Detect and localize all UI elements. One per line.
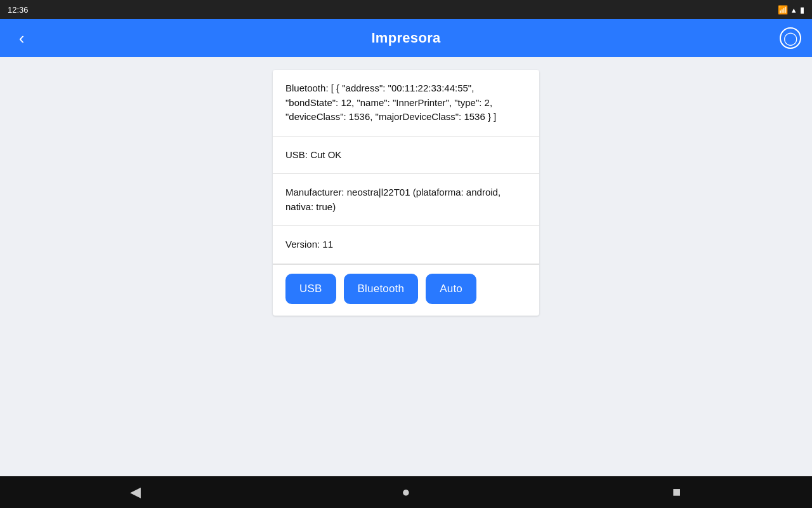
back-button[interactable]: ‹ <box>10 27 33 50</box>
page-title: Impresora <box>371 30 440 46</box>
version-info-text: Version: 11 <box>285 239 333 250</box>
usb-info-text: USB: Cut OK <box>285 149 341 160</box>
usb-info-row: USB: Cut OK <box>273 137 539 175</box>
back-arrow-icon: ‹ <box>19 29 25 48</box>
nav-back-icon: ◀ <box>130 484 141 500</box>
usb-button[interactable]: USB <box>285 274 336 304</box>
bluetooth-info-row: Bluetooth: [ { "address": "00:11:22:33:4… <box>273 70 539 137</box>
manufacturer-info-row: Manufacturer: neostra|l22T01 (plataforma… <box>273 174 539 226</box>
app-bar: ‹ Impresora ◯ <box>0 19 812 57</box>
nav-back-button[interactable]: ◀ <box>116 479 154 505</box>
nav-home-icon: ● <box>402 484 410 500</box>
profile-button[interactable]: ◯ <box>779 27 802 50</box>
battery-icon: ▮ <box>800 5 804 15</box>
status-icons: 📶 ▴ ▮ <box>778 5 804 15</box>
main-content: Bluetooth: [ { "address": "00:11:22:33:4… <box>0 57 812 476</box>
bottom-nav-bar: ◀ ● ■ <box>0 476 812 508</box>
bluetooth-info-text: Bluetooth: [ { "address": "00:11:22:33:4… <box>285 83 496 122</box>
auto-button[interactable]: Auto <box>426 274 476 304</box>
info-card: Bluetooth: [ { "address": "00:11:22:33:4… <box>273 70 539 316</box>
bluetooth-button[interactable]: Bluetooth <box>344 274 419 304</box>
profile-avatar-icon: ◯ <box>780 27 801 49</box>
nav-recent-button[interactable]: ■ <box>658 479 696 505</box>
manufacturer-info-text: Manufacturer: neostra|l22T01 (plataforma… <box>285 187 501 212</box>
action-buttons-row: USB Bluetooth Auto <box>273 264 539 316</box>
status-time: 12:36 <box>8 5 29 15</box>
status-bar: 12:36 📶 ▴ ▮ <box>0 0 812 19</box>
nav-recent-icon: ■ <box>672 484 681 500</box>
bluetooth-status-icon: 📶 <box>778 5 788 15</box>
nav-home-button[interactable]: ● <box>387 479 425 505</box>
version-info-row: Version: 11 <box>273 226 539 264</box>
wifi-icon: ▴ <box>792 5 796 15</box>
